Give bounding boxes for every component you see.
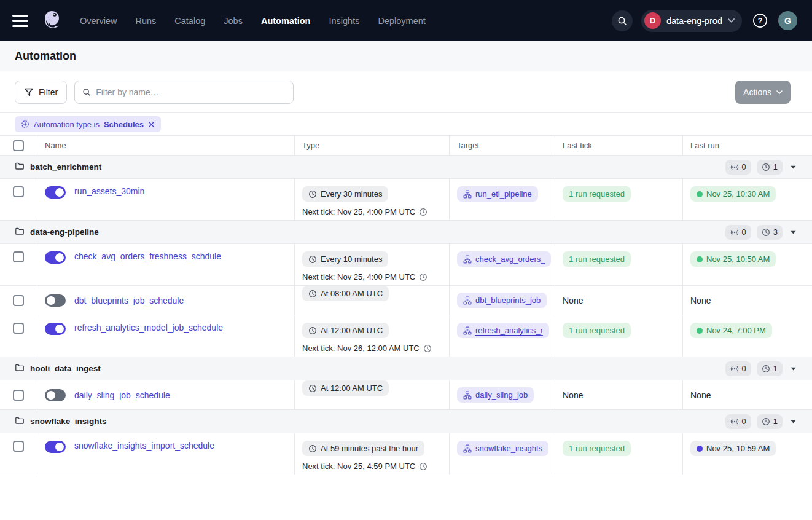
table-row: refresh_analytics_model_job_scheduleAt 1… xyxy=(0,315,812,357)
sensor-count-badge: 0 xyxy=(725,225,751,240)
sensor-icon xyxy=(730,417,739,426)
row-checkbox[interactable] xyxy=(13,251,24,262)
name-filter-field xyxy=(74,81,294,104)
toolbar: Filter Actions xyxy=(0,71,812,113)
schedule-toggle[interactable] xyxy=(45,251,66,264)
folder-icon xyxy=(15,161,25,173)
row-checkbox[interactable] xyxy=(13,441,24,452)
help-button[interactable]: ? xyxy=(751,11,770,30)
clock-icon xyxy=(762,364,770,373)
column-header-last-run: Last run xyxy=(683,136,812,155)
row-checkbox[interactable] xyxy=(13,390,24,401)
chevron-down-icon xyxy=(776,90,783,94)
row-checkbox[interactable] xyxy=(13,295,24,306)
search-button[interactable] xyxy=(612,10,633,31)
nav-item-runs[interactable]: Runs xyxy=(135,16,156,26)
target-chip[interactable]: daily_sling_job xyxy=(457,387,534,403)
last-run-chip[interactable]: Nov 25, 10:50 AM xyxy=(690,251,776,267)
last-tick-chip[interactable]: 1 run requested xyxy=(563,251,631,267)
nav-item-automation[interactable]: Automation xyxy=(261,16,311,26)
column-header-name: Name xyxy=(37,136,295,155)
search-icon xyxy=(82,88,91,97)
row-checkbox[interactable] xyxy=(13,323,24,334)
target-chip[interactable]: snowflake_insights xyxy=(457,441,548,456)
group-row: data-eng-pipeline03 xyxy=(0,221,812,244)
nav-item-overview[interactable]: Overview xyxy=(80,16,117,26)
schedule-toggle[interactable] xyxy=(45,389,66,401)
sensor-icon xyxy=(730,163,739,171)
help-icon: ? xyxy=(752,13,768,28)
group-name: batch_enrichment xyxy=(30,162,101,171)
schedule-toggle[interactable] xyxy=(45,294,66,307)
schedule-name-link[interactable]: check_avg_orders_freshness_schdule xyxy=(74,251,221,261)
last-run-chip[interactable]: Nov 24, 7:00 PM xyxy=(690,323,772,338)
name-filter-input[interactable] xyxy=(96,87,286,97)
last-run-chip[interactable]: Nov 25, 10:59 AM xyxy=(690,441,776,456)
schedule-name-link[interactable]: run_assets_30min xyxy=(74,186,144,196)
job-icon xyxy=(463,190,472,199)
actions-button[interactable]: Actions xyxy=(735,81,791,104)
last-tick-chip[interactable]: 1 run requested xyxy=(563,323,631,338)
select-all-checkbox[interactable] xyxy=(13,140,24,151)
group-row: snowflake_insights01 xyxy=(0,410,812,433)
filter-button[interactable]: Filter xyxy=(15,81,67,104)
last-tick-chip[interactable]: 1 run requested xyxy=(563,441,631,456)
last-run-chip[interactable]: Nov 25, 10:30 AM xyxy=(690,186,776,202)
target-name: snowflake_insights xyxy=(475,444,542,453)
target-name: dbt_blueprints_job xyxy=(475,296,541,305)
clock-icon xyxy=(762,228,770,237)
schedule-name-link[interactable]: refresh_analytics_model_job_schedule xyxy=(74,323,223,333)
nav-item-jobs[interactable]: Jobs xyxy=(224,16,243,26)
remove-filter-icon[interactable] xyxy=(148,121,155,128)
group-row: batch_enrichment01 xyxy=(0,156,812,179)
schedule-type-chip: Every 30 minutes xyxy=(302,186,388,202)
target-chip[interactable]: dbt_blueprints_job xyxy=(457,293,547,308)
collapse-caret-icon[interactable] xyxy=(791,367,796,371)
user-avatar[interactable]: G xyxy=(778,11,797,30)
schedule-toggle[interactable] xyxy=(45,323,66,335)
schedule-toggle[interactable] xyxy=(45,186,66,199)
deployment-switcher[interactable]: D data-eng-prod xyxy=(641,10,742,32)
last-tick-chip[interactable]: 1 run requested xyxy=(563,186,631,202)
clock-icon xyxy=(308,290,317,298)
row-checkbox[interactable] xyxy=(13,186,24,197)
folder-icon xyxy=(15,226,25,238)
clock-icon xyxy=(419,208,427,216)
schedule-name-link[interactable]: daily_sling_job_schedule xyxy=(74,390,170,400)
collapse-caret-icon[interactable] xyxy=(791,420,796,423)
menu-icon[interactable] xyxy=(12,15,28,27)
next-tick: Next tick: Nov 25, 4:00 PM UTC xyxy=(302,207,442,216)
clock-icon xyxy=(308,255,317,264)
clock-icon xyxy=(419,273,427,282)
schedule-type-chip: At 08:00 AM UTC xyxy=(302,286,389,301)
collapse-caret-icon[interactable] xyxy=(791,165,796,169)
next-tick: Next tick: Nov 25, 4:00 PM UTC xyxy=(302,272,442,282)
schedule-type-chip: At 59 minutes past the hour xyxy=(302,441,424,456)
target-chip[interactable]: run_etl_pipeline xyxy=(457,186,538,202)
table-row: dbt_blueprints_job_scheduleAt 08:00 AM U… xyxy=(0,286,812,315)
nav-item-insights[interactable]: Insights xyxy=(329,16,359,26)
target-chip[interactable]: refresh_analytics_r xyxy=(457,323,549,338)
next-tick: Next tick: Nov 25, 4:59 PM UTC xyxy=(302,462,442,471)
filter-funnel-icon xyxy=(24,87,34,97)
nav-item-deployment[interactable]: Deployment xyxy=(378,16,425,26)
schedule-name-link[interactable]: dbt_blueprints_job_schedule xyxy=(74,296,184,305)
group-name: hooli_data_ingest xyxy=(30,364,101,373)
target-chip[interactable]: check_avg_orders_ xyxy=(457,251,551,267)
target-name: refresh_analytics_r xyxy=(475,326,543,335)
folder-icon xyxy=(15,416,25,428)
schedule-toggle[interactable] xyxy=(45,441,66,453)
schedule-type-chip: At 12:00 AM UTC xyxy=(302,323,389,338)
collapse-caret-icon[interactable] xyxy=(791,230,796,234)
folder-icon xyxy=(15,363,25,375)
last-run-none: None xyxy=(690,296,711,305)
group-name: snowflake_insights xyxy=(30,417,107,426)
active-filters-row: Automation type is Schedules xyxy=(0,113,812,136)
schedule-count-badge: 1 xyxy=(757,160,783,175)
schedule-name-link[interactable]: snowflake_insights_import_schedule xyxy=(74,441,214,451)
nav-item-catalog[interactable]: Catalog xyxy=(174,16,205,26)
table-row: check_avg_orders_freshness_schduleEvery … xyxy=(0,244,812,286)
column-header-target: Target xyxy=(450,136,555,155)
dagster-logo-icon[interactable] xyxy=(39,9,64,33)
title-band: Automation xyxy=(0,41,812,71)
